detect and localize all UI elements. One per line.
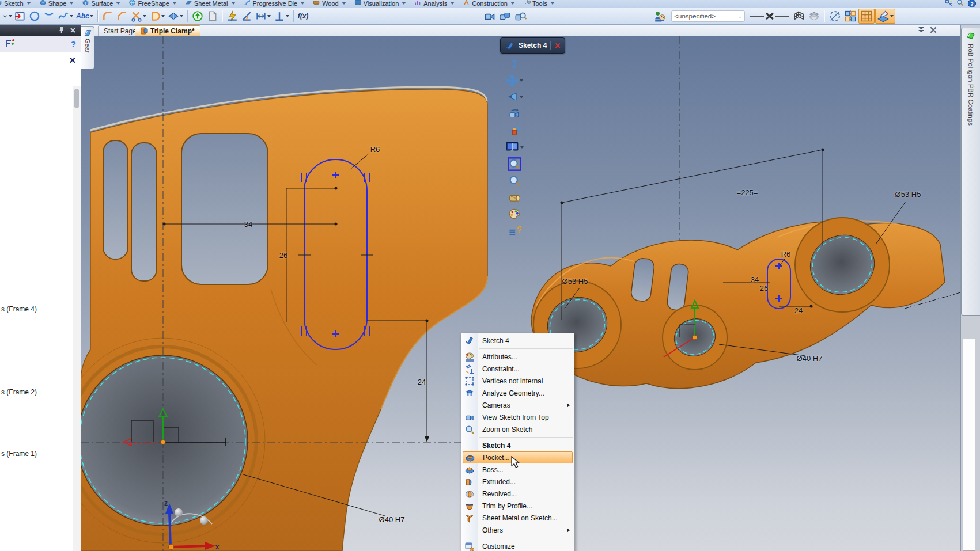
dim-r6[interactable]: R6 — [370, 145, 380, 154]
insert-sketch-icon[interactable] — [13, 10, 27, 22]
context-item-others[interactable]: Others — [461, 524, 574, 536]
help-icon[interactable]: ? — [967, 0, 977, 9]
sketch-3d-icon[interactable] — [875, 9, 895, 24]
camera-rotate-icon[interactable] — [502, 105, 527, 122]
context-item-zoom-on-sketch[interactable]: Zoom on Sketch — [461, 423, 574, 435]
camera-pair-icon[interactable] — [498, 10, 513, 22]
magnifier-icon[interactable] — [956, 0, 965, 9]
person-attributes-icon[interactable] — [652, 10, 667, 22]
chevrons-down-icon[interactable] — [917, 26, 925, 33]
frame-function-icon[interactable] — [5, 39, 16, 49]
tree-item-frame[interactable]: s (Frame 1) — [1, 450, 37, 458]
dimension-icon[interactable] — [254, 10, 272, 22]
hatch-pattern-icon[interactable] — [792, 10, 807, 22]
camera-view-icon[interactable] — [482, 10, 497, 22]
right-view-model[interactable] — [531, 218, 945, 389]
menu-sheet-metal[interactable]: Sheet Metal — [181, 0, 240, 9]
menu-progressive-die[interactable]: Progressive Die — [240, 0, 309, 9]
fillet-icon[interactable] — [101, 10, 115, 22]
profile-icon[interactable] — [148, 10, 166, 22]
menu-wood[interactable]: Wood — [309, 0, 350, 9]
dim-d53-right[interactable]: Ø53 H5 — [895, 190, 921, 199]
menu-shape[interactable]: Shape — [35, 0, 78, 9]
dim-24-3d[interactable]: 24 — [794, 306, 803, 315]
update-icon[interactable] — [191, 10, 205, 22]
close-icon[interactable] — [930, 26, 937, 33]
constraint-bolt-icon[interactable] — [225, 10, 239, 22]
dim-d53-left[interactable]: Ø53 H5 — [562, 277, 588, 286]
zoom-magnifier-icon[interactable] — [502, 172, 527, 189]
pan-updown-icon[interactable] — [502, 55, 527, 72]
dim-225[interactable]: =225= — [737, 188, 758, 197]
context-item-constraint[interactable]: Constraint... — [461, 363, 574, 375]
context-item-cameras[interactable]: Cameras — [461, 399, 574, 411]
context-item-extruded[interactable]: Extruded... — [461, 476, 574, 488]
dashed-circle-icon[interactable] — [827, 9, 842, 23]
context-item-sheet-metal-on-sketch[interactable]: Sheet Metal on Sketch... — [461, 512, 574, 524]
context-item-attributes[interactable]: Attributes... — [461, 351, 574, 363]
dim-bore-d40-3d[interactable]: Ø40 H7 — [797, 354, 823, 363]
overflow-partial-icon[interactable] — [1, 10, 13, 22]
dim-34-3d[interactable]: 34 — [751, 275, 759, 284]
palette-icon[interactable] — [502, 206, 527, 222]
perpendicular-icon[interactable] — [273, 10, 290, 22]
menu-analysis[interactable]: Analysis — [410, 0, 459, 9]
context-item-view-sketch-from-top[interactable]: View Sketch from Top — [461, 411, 574, 423]
help-lines-icon[interactable]: ? — [502, 222, 527, 239]
function-fx-icon[interactable]: f(x) — [297, 12, 310, 21]
attribute-select[interactable]: <unspecified>⌄ — [671, 10, 745, 22]
help-icon[interactable]: ? — [71, 39, 76, 49]
zoom-window-icon[interactable] — [502, 155, 527, 172]
menu-surface[interactable]: Surface — [78, 0, 124, 9]
menu-construction[interactable]: Construction — [459, 0, 519, 9]
context-item-customize[interactable]: Customize — [461, 540, 574, 551]
chamfer-icon[interactable] — [115, 10, 129, 22]
menu-tools[interactable]: Tools — [519, 0, 559, 9]
menu-sketch[interactable]: Sketch — [0, 0, 35, 9]
line-style-x-icon[interactable] — [748, 10, 791, 22]
tab-triple-clamp[interactable]: Triple Clamp* — [135, 25, 200, 36]
context-item-trim-by-profile[interactable]: Trim by Profile... — [461, 500, 574, 512]
dim-bore-d40[interactable]: Ø40 H7 — [379, 515, 405, 524]
camera-zoom-icon[interactable] — [513, 10, 528, 22]
measure-angle-icon[interactable] — [240, 10, 253, 22]
dim-26[interactable]: 26 — [279, 251, 287, 260]
render-material-icon[interactable] — [502, 189, 527, 206]
tree-item-frame[interactable]: s (Frame 2) — [1, 388, 37, 396]
tree-item-frame[interactable]: s (Frame 4) — [1, 305, 37, 313]
close-sketch-icon[interactable]: ✕ — [554, 41, 561, 50]
gear-side-tab[interactable]: Gear — [81, 26, 94, 69]
pan-move-icon[interactable] — [502, 72, 527, 89]
refresh-view-icon[interactable] — [502, 122, 527, 139]
text-abc-icon[interactable]: Abc — [75, 12, 94, 21]
mirror-grid-icon[interactable] — [843, 9, 858, 23]
dim-26-3d[interactable]: 26 — [760, 284, 768, 292]
camera-cone-icon[interactable] — [502, 89, 527, 105]
right-scrollbar[interactable] — [963, 339, 975, 551]
trim-icon[interactable] — [130, 10, 147, 22]
menu-freeshape[interactable]: FreeShape — [124, 0, 180, 9]
dim-34[interactable]: 34 — [244, 220, 252, 229]
clear-icon[interactable]: ✕ — [69, 55, 76, 66]
right-side-tab-poliigon[interactable]: RoB Poliigon PBR Coatings — [961, 28, 980, 316]
dim-r6-3d[interactable]: R6 — [781, 250, 791, 259]
context-item-analyze-geometry[interactable]: Analyze Geometry... — [461, 387, 574, 399]
context-item-revolved[interactable]: Revolved... — [461, 488, 574, 500]
context-item-vertices-not-internal[interactable]: Vertices not internal — [461, 375, 574, 387]
key-icon[interactable] — [944, 0, 953, 9]
spline-icon[interactable] — [56, 10, 74, 22]
page-icon[interactable] — [205, 10, 219, 22]
arc-icon[interactable] — [42, 10, 56, 22]
circle-icon[interactable] — [28, 10, 41, 22]
tree-scrollbar[interactable] — [73, 86, 81, 551]
solid-sketch-icon[interactable] — [167, 10, 184, 22]
dim-24[interactable]: 24 — [418, 378, 426, 386]
layers-icon[interactable] — [807, 10, 821, 22]
left-view-model[interactable] — [81, 87, 487, 551]
split-screen-icon[interactable] — [502, 139, 527, 155]
menu-visualization[interactable]: Visualization — [350, 0, 411, 9]
context-item-sketch-4[interactable]: Sketch 4 — [461, 335, 574, 347]
close-icon[interactable] — [70, 27, 76, 33]
pin-icon[interactable] — [58, 26, 65, 34]
grid-toggle-icon[interactable] — [858, 9, 875, 24]
